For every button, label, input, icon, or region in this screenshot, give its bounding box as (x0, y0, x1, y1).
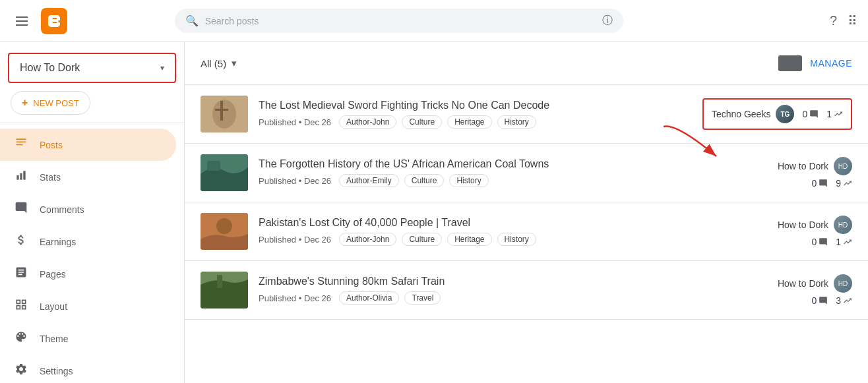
chevron-down-icon: ▾ (232, 57, 237, 69)
post-thumbnail (201, 154, 248, 191)
topbar-actions: ? ⠿ (830, 13, 857, 29)
layout-icon (13, 298, 29, 314)
comment-count: 0 (811, 237, 828, 247)
author-name: How to Dork (778, 220, 828, 230)
svg-rect-3 (16, 175, 18, 180)
tag-heritage[interactable]: Heritage (447, 233, 491, 246)
comment-count: 0 (811, 295, 828, 306)
new-post-button[interactable]: + NEW POST (11, 91, 90, 115)
sidebar-divider (0, 123, 184, 123)
post-info: Zimbabwe's Stunning 80km Safari Train Pu… (259, 276, 767, 305)
tag-author[interactable]: Author-Olivia (339, 291, 399, 305)
tag-history[interactable]: History (497, 115, 536, 129)
sidebar-item-label: Pages (40, 269, 66, 280)
sidebar-nav: Posts Stats Comments (0, 129, 184, 383)
sidebar-item-stats[interactable]: Stats (0, 161, 176, 193)
view-count: 1 (836, 237, 852, 247)
svg-rect-2 (16, 144, 23, 146)
post-info: Pakistan's Lost City of 40,000 People | … (259, 217, 767, 246)
tag-culture[interactable]: Culture (404, 174, 445, 187)
avatar: TG (776, 105, 794, 123)
sidebar-item-label: Posts (40, 140, 63, 150)
search-bar[interactable]: 🔍 ⓘ (175, 9, 623, 33)
post-right: How to Dork HD 0 9 (778, 157, 852, 189)
manage-button[interactable]: MANAGE (810, 58, 852, 69)
topbar: 🔍 ⓘ ? ⠿ (0, 0, 868, 42)
theme-icon (13, 330, 29, 347)
post-right: How to Dork HD 0 3 (778, 274, 852, 306)
content-header: All (5) ▾ MANAGE (185, 42, 868, 85)
thumbnail-image (201, 154, 248, 191)
blogger-logo (41, 8, 67, 34)
sidebar-item-layout[interactable]: Layout (0, 290, 176, 322)
grid-icon[interactable]: ⠿ (848, 13, 857, 29)
post-title[interactable]: Pakistan's Lost City of 40,000 People | … (259, 217, 767, 229)
plus-icon: + (22, 97, 28, 109)
new-post-label: NEW POST (33, 98, 78, 108)
tag-history[interactable]: History (449, 174, 488, 187)
view-count: 9 (836, 178, 852, 189)
comment-count: 0 (802, 109, 819, 119)
comment-count: 0 (811, 178, 828, 189)
table-row: Zimbabwe's Stunning 80km Safari Train Pu… (185, 261, 868, 320)
tag-culture[interactable]: Culture (402, 233, 442, 246)
svg-rect-5 (23, 171, 25, 179)
tag-travel[interactable]: Travel (404, 291, 441, 305)
post-meta: Published • Dec 26 Author-Emily Culture … (259, 174, 767, 187)
author-name: How to Dork (778, 278, 828, 289)
content-area: All (5) ▾ MANAGE (185, 42, 868, 383)
help-icon[interactable]: ? (830, 13, 837, 28)
sidebar-item-label: Stats (40, 172, 61, 183)
earnings-icon (13, 233, 29, 250)
posts-icon (13, 136, 29, 153)
filter-dropdown[interactable]: All (5) ▾ (201, 57, 237, 69)
table-row: The Forgotten History of the US' African… (185, 144, 868, 202)
info-icon[interactable]: ⓘ (602, 14, 613, 28)
post-title[interactable]: Zimbabwe's Stunning 80km Safari Train (259, 276, 767, 287)
tag-author[interactable]: Author-Emily (339, 174, 399, 187)
table-row: Pakistan's Lost City of 40,000 People | … (185, 202, 868, 261)
blog-selector-label: How To Dork (20, 62, 80, 74)
tag-author[interactable]: Author-John (339, 115, 396, 129)
hamburger-menu[interactable] (11, 11, 33, 31)
sidebar-item-posts[interactable]: Posts (0, 129, 176, 161)
post-date: Published • Dec 26 (259, 176, 331, 186)
sidebar-item-comments[interactable]: Comments (0, 193, 176, 225)
post-date: Published • Dec 26 (259, 117, 331, 127)
view-count: 1 (826, 109, 843, 119)
filter-label: All (5) (201, 58, 226, 69)
avatar: HD (834, 157, 852, 175)
tag-culture[interactable]: Culture (402, 115, 442, 129)
blog-selector[interactable]: How To Dork ▾ (8, 53, 176, 83)
main-layout: How To Dork ▾ + NEW POST Posts (0, 42, 868, 383)
post-info: The Lost Medieval Sword Fighting Tricks … (259, 100, 692, 129)
post-meta: Published • Dec 26 Author-John Culture H… (259, 115, 692, 129)
post-meta: Published • Dec 26 Author-Olivia Travel (259, 291, 767, 305)
sidebar-item-label: Earnings (40, 237, 76, 247)
sidebar-item-settings[interactable]: Settings (0, 355, 176, 383)
svg-rect-16 (217, 275, 222, 288)
tag-history[interactable]: History (497, 233, 536, 246)
post-thumbnail (201, 272, 248, 309)
svg-rect-1 (16, 142, 26, 143)
post-title[interactable]: The Forgotten History of the US' African… (259, 158, 767, 170)
post-right: How to Dork HD 0 1 (778, 216, 852, 247)
thumbnail-image (201, 213, 248, 250)
comments-icon (13, 201, 29, 218)
sidebar-item-theme[interactable]: Theme (0, 322, 176, 355)
view-count: 3 (836, 295, 852, 306)
search-input[interactable] (205, 16, 596, 26)
post-meta: Published • Dec 26 Author-John Culture H… (259, 233, 767, 246)
svg-rect-0 (16, 138, 26, 140)
stats-icon (13, 169, 29, 185)
sidebar-item-pages[interactable]: Pages (0, 258, 176, 290)
blogger-icon (46, 13, 62, 29)
sidebar-item-label: Settings (40, 366, 73, 376)
tag-author[interactable]: Author-John (339, 233, 396, 246)
manage-section: MANAGE (778, 55, 852, 71)
post-title[interactable]: The Lost Medieval Sword Fighting Tricks … (259, 100, 692, 111)
thumbnail-image (201, 96, 248, 133)
svg-point-8 (212, 100, 236, 129)
tag-heritage[interactable]: Heritage (447, 115, 491, 129)
sidebar-item-earnings[interactable]: Earnings (0, 225, 176, 258)
